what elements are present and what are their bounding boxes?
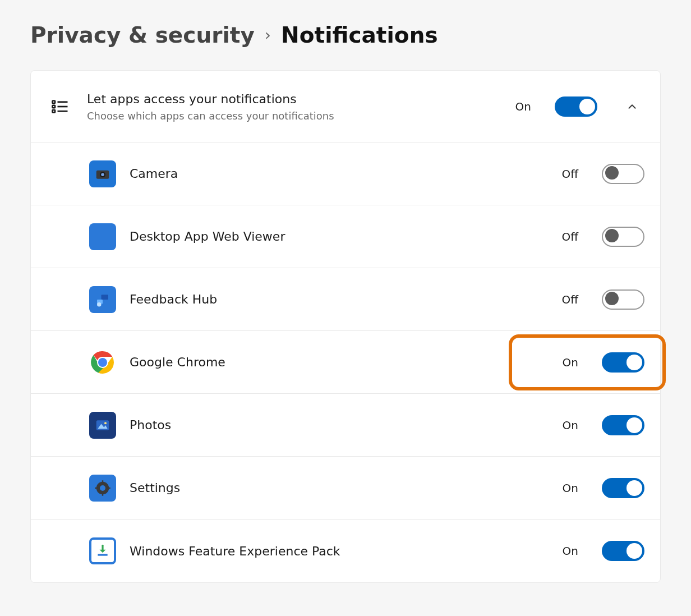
app-toggle-settings[interactable]: [602, 478, 644, 498]
app-name-label: Google Chrome: [130, 355, 549, 369]
svg-rect-0: [53, 100, 56, 103]
svg-rect-9: [102, 295, 109, 300]
app-toggle-label: On: [563, 481, 578, 495]
section-toggle[interactable]: [555, 96, 597, 117]
svg-rect-23: [108, 487, 110, 489]
section-toggle-label: On: [515, 100, 531, 113]
svg-rect-21: [102, 493, 104, 495]
app-toggle-feedback-hub[interactable]: [602, 289, 644, 310]
app-name-label: Photos: [130, 418, 549, 432]
app-row: Desktop App Web Viewer Off: [31, 205, 660, 268]
settings-icon: [89, 475, 116, 502]
app-name-label: Settings: [130, 481, 549, 495]
svg-point-17: [104, 422, 107, 424]
breadcrumb: Privacy & security › Notifications: [0, 0, 691, 70]
app-toggle-label: Off: [561, 167, 578, 181]
app-name-label: Windows Feature Experience Pack: [130, 544, 549, 558]
svg-point-19: [100, 485, 105, 491]
svg-rect-2: [53, 105, 56, 108]
download-icon: [89, 537, 116, 564]
app-toggle-camera[interactable]: [602, 164, 644, 184]
breadcrumb-current: Notifications: [281, 22, 438, 48]
app-toggle-desktop-app-web-viewer[interactable]: [602, 227, 644, 247]
chrome-icon: [89, 349, 116, 376]
app-toggle-label: Off: [561, 230, 578, 243]
app-toggle-label: Off: [561, 293, 578, 306]
svg-rect-20: [102, 480, 104, 483]
section-title: Let apps access your notifications: [87, 91, 502, 108]
section-header[interactable]: Let apps access your notifications Choos…: [31, 71, 660, 142]
camera-icon: [89, 160, 116, 187]
app-toggle-photos[interactable]: [602, 415, 644, 435]
list-icon: [47, 96, 73, 117]
svg-point-8: [101, 173, 104, 176]
section-header-text: Let apps access your notifications Choos…: [87, 91, 502, 122]
svg-point-11: [97, 302, 102, 307]
app-toggle-label: On: [563, 544, 578, 558]
app-name-label: Desktop App Web Viewer: [130, 229, 548, 243]
app-toggle-google-chrome[interactable]: [602, 352, 644, 373]
chevron-right-icon: ›: [265, 26, 271, 44]
app-row: Settings On: [31, 457, 660, 520]
photos-icon: [89, 412, 116, 439]
app-toggle-label: On: [563, 419, 578, 432]
breadcrumb-parent[interactable]: Privacy & security: [30, 22, 255, 48]
svg-rect-22: [95, 487, 98, 489]
app-name-label: Camera: [130, 167, 548, 181]
section-subtitle: Choose which apps can access your notifi…: [87, 110, 502, 122]
app-row: Feedback Hub Off: [31, 268, 660, 331]
app-row: Camera Off: [31, 142, 660, 205]
app-row: Photos On: [31, 394, 660, 457]
svg-rect-24: [98, 554, 107, 555]
notifications-panel: Let apps access your notifications Choos…: [30, 70, 661, 583]
app-row: Google Chrome On: [31, 331, 660, 394]
app-toggle-label: On: [563, 356, 578, 369]
chevron-up-icon[interactable]: [620, 94, 644, 119]
blank-icon: [89, 223, 116, 250]
app-toggle-windows-feature-experience-pack[interactable]: [602, 541, 644, 561]
svg-rect-4: [53, 110, 56, 113]
app-name-label: Feedback Hub: [130, 292, 548, 306]
feedback-hub-icon: [89, 286, 116, 313]
svg-point-14: [98, 358, 107, 367]
app-row: Windows Feature Experience Pack On: [31, 520, 660, 582]
